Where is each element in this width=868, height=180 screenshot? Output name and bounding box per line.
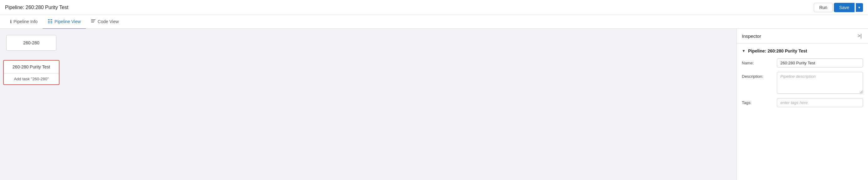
description-input[interactable] bbox=[777, 72, 863, 94]
tab-code-view-label: Code View bbox=[98, 19, 119, 24]
tab-pipeline-view[interactable]: Pipeline View bbox=[42, 15, 86, 29]
add-task-button[interactable]: Add task "260-280" bbox=[4, 73, 59, 84]
save-button[interactable]: Save bbox=[834, 3, 855, 12]
name-row: Name: bbox=[742, 59, 863, 68]
inspector-section-title: ▼ Pipeline: 260:280 Purity Test bbox=[742, 48, 863, 53]
canvas-area: 260-280 260-280 Purity Test Add task "26… bbox=[0, 29, 737, 180]
info-icon: ℹ bbox=[10, 19, 11, 24]
inspector-title: Inspector bbox=[742, 33, 761, 39]
tags-label: Tags: bbox=[742, 98, 773, 105]
svg-rect-5 bbox=[51, 23, 52, 23]
inspector-section-label: Pipeline: 260:280 Purity Test bbox=[748, 48, 807, 53]
header: Pipeline: 260:280 Purity Test Run Save ▾ bbox=[0, 0, 868, 15]
pipeline-label-node[interactable]: 260-280 Purity Test Add task "260-280" bbox=[3, 60, 60, 85]
section-chevron-icon: ▼ bbox=[742, 49, 746, 53]
tags-input[interactable] bbox=[777, 98, 863, 107]
svg-rect-0 bbox=[48, 20, 50, 20]
run-button[interactable]: Run bbox=[814, 3, 833, 12]
svg-rect-2 bbox=[48, 23, 50, 23]
tab-pipeline-info[interactable]: ℹ Pipeline Info bbox=[5, 15, 42, 29]
inspector-body: ▼ Pipeline: 260:280 Purity Test Name: De… bbox=[737, 43, 868, 180]
header-actions: Run Save ▾ bbox=[814, 3, 863, 12]
code-view-icon bbox=[91, 19, 96, 25]
pipeline-node[interactable]: 260-280 bbox=[6, 35, 56, 50]
pipeline-view-icon bbox=[48, 19, 53, 25]
tab-bar: ℹ Pipeline Info Pipeline View Code View bbox=[0, 15, 868, 29]
name-input[interactable] bbox=[777, 59, 863, 68]
description-row: Description: bbox=[742, 72, 863, 94]
tab-pipeline-info-label: Pipeline Info bbox=[13, 19, 38, 24]
inspector-collapse-button[interactable]: >| bbox=[857, 33, 863, 39]
svg-rect-1 bbox=[48, 21, 50, 22]
tags-row: Tags: bbox=[742, 98, 863, 107]
pipeline-label-node-title: 260-280 Purity Test bbox=[4, 61, 59, 73]
inspector-header: Inspector >| bbox=[737, 29, 868, 43]
page-title: Pipeline: 260:280 Purity Test bbox=[5, 5, 69, 10]
svg-rect-4 bbox=[51, 21, 52, 22]
save-dropdown-button[interactable]: ▾ bbox=[856, 3, 863, 12]
name-label: Name: bbox=[742, 59, 773, 65]
description-label: Description: bbox=[742, 72, 773, 79]
tab-pipeline-view-label: Pipeline View bbox=[55, 19, 81, 24]
main-layout: 260-280 260-280 Purity Test Add task "26… bbox=[0, 29, 868, 180]
inspector-panel: Inspector >| ▼ Pipeline: 260:280 Purity … bbox=[737, 29, 868, 180]
svg-rect-3 bbox=[51, 20, 52, 20]
pipeline-node-label: 260-280 bbox=[23, 40, 39, 45]
tab-code-view[interactable]: Code View bbox=[86, 15, 124, 29]
